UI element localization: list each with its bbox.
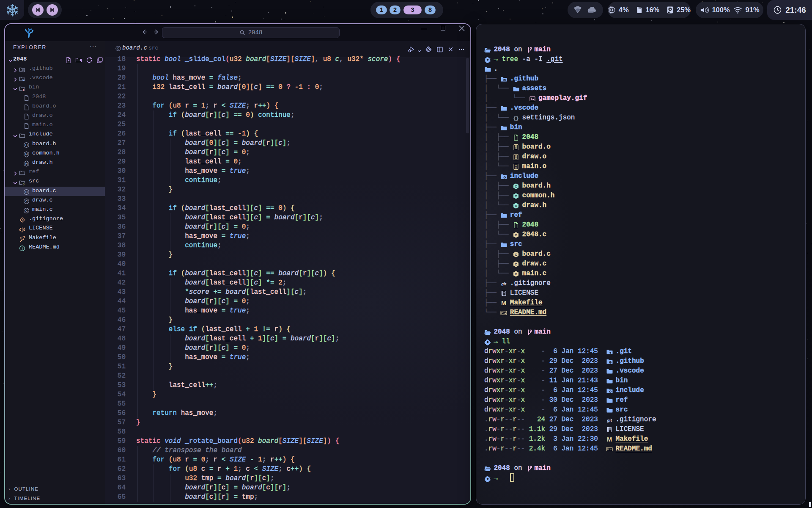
svg-text:C: C [515,194,517,198]
svg-text:C: C [515,185,517,188]
svg-text:H: H [25,162,28,166]
svg-text:C: C [515,262,517,266]
svg-text:C: C [25,190,28,194]
svg-text:C: C [25,209,28,213]
svg-text:M: M [501,300,506,306]
svg-text:C: C [515,204,517,208]
svg-text:C: C [515,272,517,276]
svg-text:C: C [117,47,120,50]
svg-text:H: H [25,143,28,147]
svg-text:10: 10 [515,147,517,149]
svg-text:git: git [606,418,612,422]
svg-text:H: H [25,152,28,156]
svg-text:10: 10 [515,167,517,169]
svg-text:10: 10 [515,157,517,159]
svg-text:C: C [515,233,517,237]
svg-text:C: C [25,199,28,203]
svg-text:git: git [501,282,507,286]
svg-text:{}: {} [513,116,519,121]
svg-text:M: M [607,436,612,443]
svg-text:C: C [515,253,517,257]
svg-text:(): () [23,182,25,185]
